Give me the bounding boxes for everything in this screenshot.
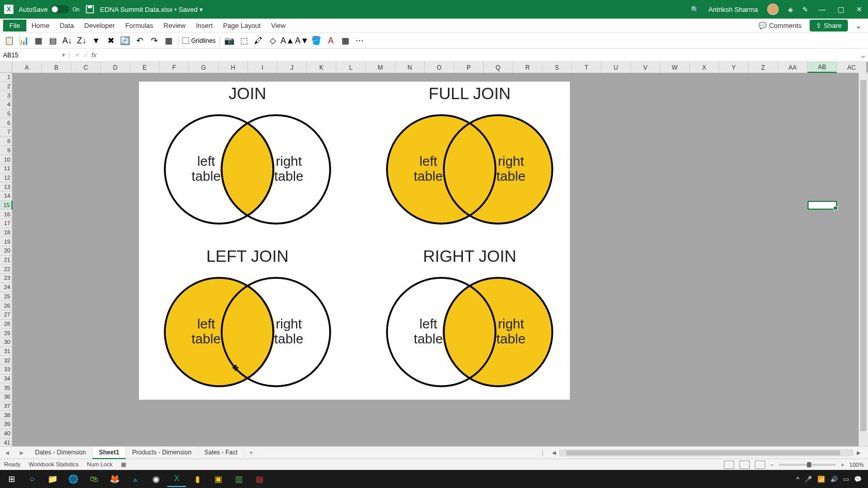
grid-area[interactable]: ABCDEFGHIJKLMNOPQRSTUVWXYZAAABAC 1234567…: [0, 62, 868, 446]
row-header-33[interactable]: 33: [0, 365, 12, 374]
search-icon[interactable]: 🔍: [691, 6, 699, 13]
ribbon-tab-developer[interactable]: Developer: [79, 20, 120, 32]
zoom-in-button[interactable]: +: [841, 462, 844, 468]
excel-taskbar-icon[interactable]: X: [167, 471, 186, 487]
row-header-10[interactable]: 10: [0, 155, 12, 164]
font-dec-icon[interactable]: A▼: [297, 36, 307, 46]
name-box[interactable]: AB15 ▼: [0, 52, 70, 59]
sheet-nav-prev[interactable]: ◄: [0, 449, 14, 456]
sheet-tab-sales-fact[interactable]: Sales - Fact: [198, 447, 244, 459]
autosave-toggle[interactable]: AutoSave On: [19, 5, 80, 13]
zoom-slider[interactable]: [779, 464, 835, 466]
save-icon[interactable]: [86, 5, 94, 13]
highlight-icon[interactable]: 🖍: [253, 36, 264, 46]
row-header-27[interactable]: 27: [0, 310, 12, 320]
row-header-30[interactable]: 30: [0, 338, 12, 347]
row-header-8[interactable]: 8: [0, 137, 12, 146]
row-header-11[interactable]: 11: [0, 164, 12, 174]
view-pagelayout-button[interactable]: [739, 461, 750, 469]
firefox-icon[interactable]: 🦊: [105, 471, 124, 487]
column-header-S[interactable]: S: [542, 62, 572, 73]
row-header-21[interactable]: 21: [0, 256, 12, 265]
column-header-Q[interactable]: Q: [484, 62, 513, 73]
column-header-F[interactable]: F: [160, 62, 189, 73]
expand-formula-icon[interactable]: ⌄: [858, 50, 868, 60]
cancel-icon[interactable]: ✕: [74, 51, 80, 59]
column-header-D[interactable]: D: [101, 62, 130, 73]
tray-mic-icon[interactable]: 🎤: [804, 476, 812, 483]
powerbi-icon[interactable]: ▮: [188, 471, 207, 487]
fill-color-icon[interactable]: 🪣: [311, 36, 321, 46]
edge-icon[interactable]: 🌐: [64, 471, 83, 487]
file-explorer-icon[interactable]: 📁: [43, 471, 62, 487]
delete-icon[interactable]: ✖: [105, 36, 116, 46]
ribbon-tab-view[interactable]: View: [266, 20, 291, 32]
vscode-icon[interactable]: ⟁: [126, 471, 145, 487]
ribbon-tab-data[interactable]: Data: [55, 20, 79, 32]
close-button[interactable]: ✕: [855, 5, 864, 14]
column-header-K[interactable]: K: [307, 62, 336, 73]
column-header-L[interactable]: L: [336, 62, 366, 73]
accessibility-icon[interactable]: ▦: [121, 461, 126, 468]
status-stats[interactable]: Workbook Statistics: [29, 461, 79, 468]
scroll-right-icon[interactable]: ►: [854, 449, 864, 456]
tray-chevron-icon[interactable]: ^: [796, 476, 799, 483]
row-header-19[interactable]: 19: [0, 237, 12, 246]
column-header-AB[interactable]: AB: [808, 62, 837, 73]
column-header-H[interactable]: H: [219, 62, 248, 73]
column-header-G[interactable]: G: [189, 62, 219, 73]
column-header-Z[interactable]: Z: [749, 62, 778, 73]
camera-icon[interactable]: 📷: [224, 36, 235, 46]
checkbox-icon[interactable]: [182, 37, 189, 44]
row-header-40[interactable]: 40: [0, 429, 12, 438]
column-header-N[interactable]: N: [395, 62, 425, 73]
app-icon-2[interactable]: ▥: [229, 471, 248, 487]
tray-lang-icon[interactable]: ▭: [843, 476, 849, 483]
more-icon[interactable]: ⋯: [354, 36, 365, 46]
select-all-corner[interactable]: [0, 62, 12, 73]
column-header-X[interactable]: X: [690, 62, 719, 73]
row-header-23[interactable]: 23: [0, 274, 12, 283]
row-header-36[interactable]: 36: [0, 392, 12, 402]
column-header-P[interactable]: P: [454, 62, 484, 73]
table-icon[interactable]: ▦: [163, 36, 174, 46]
row-header-17[interactable]: 17: [0, 219, 12, 228]
row-header-5[interactable]: 5: [0, 109, 12, 119]
comments-button[interactable]: 💬 Comments: [754, 20, 805, 31]
view-normal-button[interactable]: [724, 461, 734, 469]
draw-icon[interactable]: ✎: [802, 6, 808, 13]
redo-icon[interactable]: ↷: [149, 36, 159, 46]
column-header-C[interactable]: C: [71, 62, 101, 73]
chrome-icon[interactable]: ◉: [147, 471, 165, 487]
row-header-12[interactable]: 12: [0, 174, 12, 183]
row-header-6[interactable]: 6: [0, 118, 12, 128]
font-color-icon[interactable]: A: [326, 36, 336, 46]
ribbon-tab-file[interactable]: File: [3, 20, 26, 32]
chart-icon[interactable]: 📊: [19, 36, 29, 46]
row-header-39[interactable]: 39: [0, 420, 12, 429]
sort-asc-icon[interactable]: A↓: [62, 36, 72, 46]
paste-icon[interactable]: 📋: [4, 36, 14, 46]
row-header-37[interactable]: 37: [0, 402, 12, 411]
column-header-I[interactable]: I: [248, 62, 277, 73]
eraser-icon[interactable]: ◇: [268, 36, 278, 46]
sheet-tab-dates-dimension[interactable]: Dates - Dimension: [29, 447, 93, 459]
row-header-29[interactable]: 29: [0, 328, 12, 338]
app-icon-1[interactable]: ▣: [209, 471, 227, 487]
column-header-E[interactable]: E: [130, 62, 160, 73]
task-search-icon[interactable]: ○: [23, 471, 41, 487]
ribbon-tab-home[interactable]: Home: [26, 20, 55, 32]
row-header-34[interactable]: 34: [0, 374, 12, 384]
ribbon-tab-formulas[interactable]: Formulas: [120, 20, 158, 32]
row-header-32[interactable]: 32: [0, 356, 12, 365]
column-header-M[interactable]: M: [366, 62, 395, 73]
freeze-icon[interactable]: ▤: [48, 36, 58, 46]
ribbon-tab-review[interactable]: Review: [159, 20, 191, 32]
app-icon-3[interactable]: ▤: [250, 471, 269, 487]
row-header-13[interactable]: 13: [0, 182, 12, 192]
column-header-A[interactable]: A: [12, 62, 42, 73]
row-header-24[interactable]: 24: [0, 283, 12, 292]
start-button[interactable]: ⊞: [2, 471, 21, 487]
row-header-25[interactable]: 25: [0, 292, 12, 302]
toggle-switch[interactable]: [51, 5, 69, 13]
